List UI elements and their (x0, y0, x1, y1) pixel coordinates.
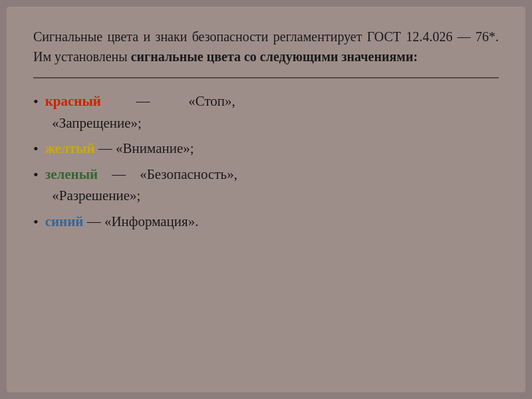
item-text-yellow: — «Внимание»; (95, 140, 194, 156)
item-content-yellow: желтый — «Внимание»; (45, 138, 499, 160)
list-container: • красный — «Стоп», «Запрещение»; • желт… (33, 90, 499, 237)
item-content-green: зеленый — «Безопасность», «Разрешение»; (45, 164, 499, 207)
color-word-green: зеленый (45, 166, 98, 182)
item-text-blue: — «Информация». (83, 213, 198, 229)
bullet-green: • (33, 165, 39, 186)
list-item-red: • красный — «Стоп», «Запрещение»; (33, 90, 499, 134)
item-continuation-green: «Разрешение»; (45, 188, 141, 203)
item-continuation-red: «Запрещение»; (45, 115, 142, 131)
color-word-yellow: желтый (45, 140, 95, 156)
color-word-blue: синий (45, 213, 84, 229)
bullet-blue: • (33, 212, 39, 233)
list-item-blue: • синий — «Информация». (33, 211, 499, 233)
slide-container: Сигнальные цвета и знаки безопасности ре… (7, 7, 525, 392)
item-content-red: красный — «Стоп», «Запрещение»; (45, 90, 499, 134)
item-text-red: — «Стоп», (101, 93, 235, 109)
intro-bold: сигнальные цвета со следующими значениям… (131, 49, 418, 64)
bullet-red: • (33, 92, 39, 112)
item-content-blue: синий — «Информация». (45, 211, 499, 233)
item-text-green: — «Безопасность», (98, 166, 237, 182)
list-item-green: • зеленый — «Безопасность», «Разрешение»… (33, 164, 499, 207)
bullet-yellow: • (33, 139, 39, 160)
list-item-yellow: • желтый — «Внимание»; (33, 138, 499, 160)
divider (33, 77, 499, 78)
intro-paragraph: Сигнальные цвета и знаки безопасности ре… (33, 27, 499, 66)
color-word-red: красный (45, 93, 101, 109)
